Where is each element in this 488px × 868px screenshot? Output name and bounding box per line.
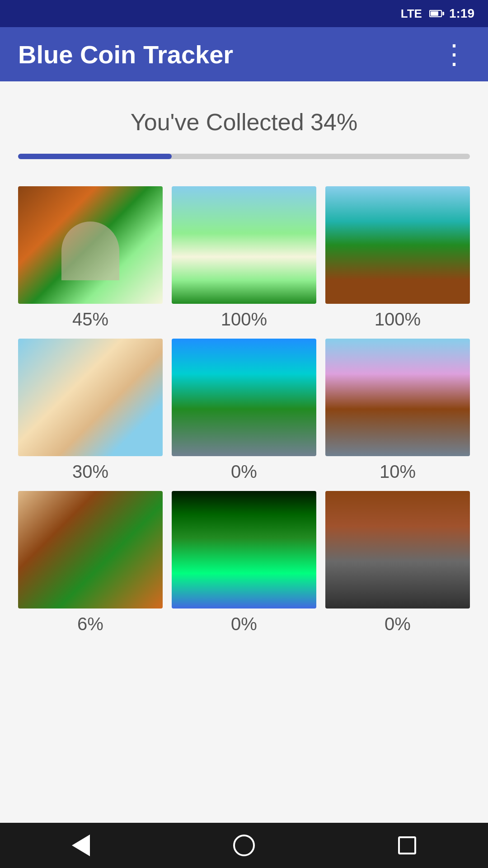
- clock: 1:19: [449, 6, 474, 21]
- level-percentage-4: 30%: [72, 462, 108, 482]
- recents-button[interactable]: [398, 836, 416, 854]
- home-button[interactable]: [233, 835, 255, 856]
- home-icon: [233, 835, 255, 856]
- level-thumbnail-5: [172, 339, 316, 456]
- level-grid: 45% 100% 100% 30% 0% 10% 6%: [18, 186, 470, 634]
- level-percentage-1: 45%: [72, 309, 108, 330]
- level-percentage-3: 100%: [375, 309, 421, 330]
- level-thumbnail-1: [18, 186, 163, 304]
- level-thumbnail-4: [18, 339, 163, 456]
- level-thumbnail-9: [325, 491, 470, 609]
- list-item[interactable]: 30%: [18, 339, 163, 482]
- collected-percentage-label: You've Collected 34%: [18, 108, 470, 136]
- level-percentage-5: 0%: [231, 462, 257, 482]
- level-thumbnail-7: [18, 491, 163, 609]
- bottom-navigation-bar: [0, 823, 488, 868]
- level-thumbnail-8: [172, 491, 316, 609]
- status-bar: LTE 1:19: [0, 0, 488, 27]
- app-title: Blue Coin Tracker: [18, 40, 233, 69]
- lte-icon: LTE: [401, 7, 422, 21]
- list-item[interactable]: 100%: [325, 186, 470, 330]
- back-icon: [72, 835, 90, 856]
- list-item[interactable]: 6%: [18, 491, 163, 634]
- recents-icon: [398, 836, 416, 854]
- list-item[interactable]: 0%: [172, 491, 316, 634]
- app-bar: Blue Coin Tracker ⋮: [0, 27, 488, 81]
- main-content: You've Collected 34% 45% 100% 100% 30% 0…: [0, 81, 488, 823]
- list-item[interactable]: 100%: [172, 186, 316, 330]
- level-percentage-9: 0%: [385, 614, 411, 634]
- overflow-menu-button[interactable]: ⋮: [438, 38, 470, 70]
- status-icons: LTE 1:19: [401, 6, 474, 21]
- level-percentage-2: 100%: [221, 309, 267, 330]
- list-item[interactable]: 45%: [18, 186, 163, 330]
- battery-icon: [429, 10, 442, 17]
- list-item[interactable]: 0%: [325, 491, 470, 634]
- list-item[interactable]: 10%: [325, 339, 470, 482]
- level-percentage-8: 0%: [231, 614, 257, 634]
- level-thumbnail-6: [325, 339, 470, 456]
- level-percentage-7: 6%: [77, 614, 103, 634]
- level-thumbnail-3: [325, 186, 470, 304]
- level-percentage-6: 10%: [380, 462, 416, 482]
- back-button[interactable]: [72, 835, 90, 856]
- level-thumbnail-2: [172, 186, 316, 304]
- list-item[interactable]: 0%: [172, 339, 316, 482]
- progress-bar-container: [18, 154, 470, 159]
- progress-bar-fill: [18, 154, 172, 159]
